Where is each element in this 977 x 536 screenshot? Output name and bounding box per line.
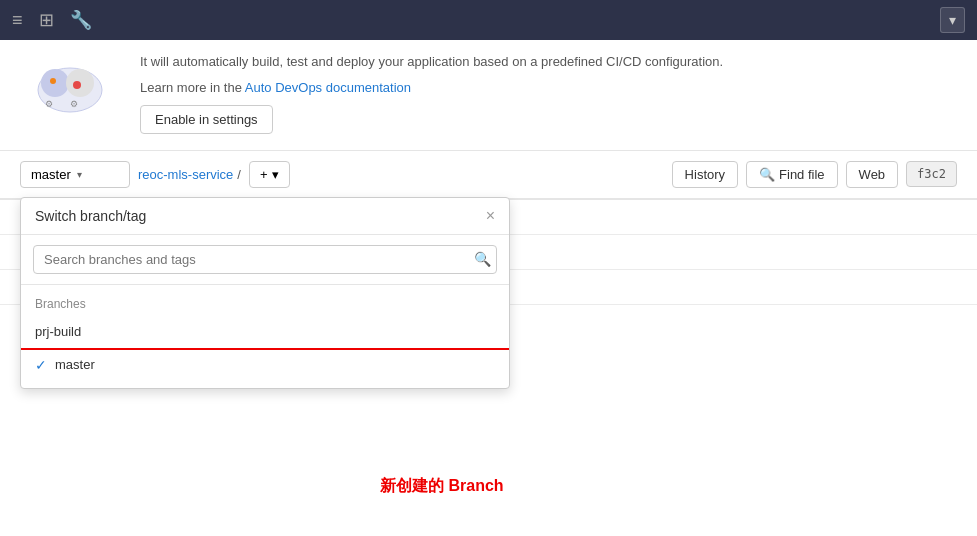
switch-dropdown-title: Switch branch/tag bbox=[35, 208, 146, 224]
top-navigation: ≡ ⊞ 🔧 ▾ bbox=[0, 0, 977, 40]
nav-right: ▾ bbox=[940, 7, 965, 33]
grid-icon[interactable]: ⊞ bbox=[39, 9, 54, 31]
close-icon[interactable]: × bbox=[486, 208, 495, 224]
branch-item-master[interactable]: ✓ master bbox=[21, 350, 509, 380]
branch-name: master bbox=[31, 167, 71, 182]
add-file-button[interactable]: + ▾ bbox=[249, 161, 290, 188]
branches-list: Branches prj-build ✓ master bbox=[21, 285, 509, 388]
branch-search-input[interactable] bbox=[33, 245, 497, 274]
plus-icon: + bbox=[260, 167, 268, 182]
svg-point-3 bbox=[50, 78, 56, 84]
branch-item-prj-build[interactable]: prj-build bbox=[21, 317, 509, 350]
branch-name-master: master bbox=[55, 357, 95, 372]
svg-point-4 bbox=[73, 81, 81, 89]
toolbar-right: History 🔍 Find file Web f3c2 bbox=[672, 161, 957, 188]
switch-dropdown-header: Switch branch/tag × bbox=[21, 198, 509, 235]
breadcrumb-separator: / bbox=[237, 167, 241, 182]
menu-icon[interactable]: ≡ bbox=[12, 10, 23, 31]
breadcrumb-root[interactable]: reoc-mls-service bbox=[138, 167, 233, 182]
devops-banner: ⚙ ⚙ It will automatically build, test an… bbox=[0, 40, 977, 151]
devops-illustration: ⚙ ⚙ bbox=[20, 52, 120, 122]
chevron-down-icon: ▾ bbox=[77, 169, 82, 180]
commit-hash: f3c2 bbox=[906, 161, 957, 187]
switch-branch-dropdown: Switch branch/tag × 🔍 Branches prj-build… bbox=[20, 197, 510, 389]
history-button[interactable]: History bbox=[672, 161, 738, 188]
svg-text:⚙: ⚙ bbox=[70, 99, 78, 109]
find-file-button[interactable]: 🔍 Find file bbox=[746, 161, 838, 188]
devops-description: It will automatically build, test and de… bbox=[140, 52, 957, 72]
check-icon: ✓ bbox=[35, 357, 47, 373]
devops-description-block: It will automatically build, test and de… bbox=[140, 52, 957, 134]
branch-search-box: 🔍 bbox=[21, 235, 509, 285]
nav-left: ≡ ⊞ 🔧 bbox=[12, 9, 92, 31]
breadcrumb: reoc-mls-service / bbox=[138, 167, 241, 182]
branch-selector[interactable]: master ▾ bbox=[20, 161, 130, 188]
branches-section-label: Branches bbox=[21, 293, 509, 317]
branch-name-prj-build: prj-build bbox=[35, 324, 81, 339]
svg-text:⚙: ⚙ bbox=[45, 99, 53, 109]
repo-toolbar: master ▾ reoc-mls-service / + ▾ History … bbox=[0, 151, 977, 199]
search-icon: 🔍 bbox=[759, 167, 775, 182]
devops-docs-link[interactable]: Auto DevOps documentation bbox=[245, 80, 411, 95]
search-submit-icon[interactable]: 🔍 bbox=[474, 251, 491, 267]
chevron-down-icon-add: ▾ bbox=[272, 167, 279, 182]
web-editor-button[interactable]: Web bbox=[846, 161, 899, 188]
new-item-button[interactable]: ▾ bbox=[940, 7, 965, 33]
enable-settings-button[interactable]: Enable in settings bbox=[140, 105, 273, 134]
wrench-icon[interactable]: 🔧 bbox=[70, 9, 92, 31]
new-branch-annotation: 新创建的 Branch bbox=[380, 476, 504, 497]
